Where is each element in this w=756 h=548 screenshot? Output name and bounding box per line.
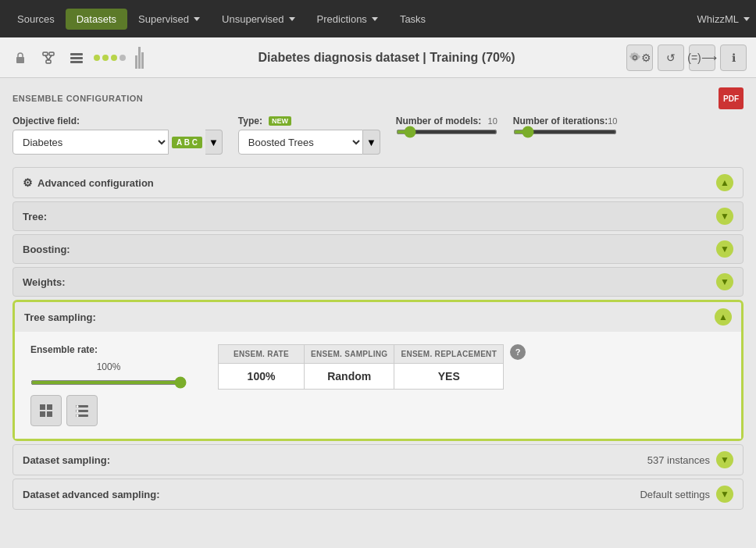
models-slider[interactable] bbox=[396, 130, 497, 134]
iterations-value: 10 bbox=[608, 116, 617, 126]
tree-toggle[interactable]: ▼ bbox=[716, 208, 733, 225]
svg-rect-10 bbox=[47, 404, 52, 410]
ensem-rate-header: ENSEM. RATE bbox=[219, 345, 304, 364]
nav-sources[interactable]: Sources bbox=[6, 9, 66, 30]
weights-header[interactable]: Weights: ▼ bbox=[12, 267, 744, 297]
nav-predictions[interactable]: Predictions bbox=[306, 9, 389, 30]
type-field-group: Type: NEW Boosted Trees ▼ bbox=[238, 116, 380, 155]
svg-point-17 bbox=[77, 410, 79, 412]
settings-button[interactable]: ⚙ bbox=[626, 44, 653, 71]
toolbar-title: Diabetes diagnosis dataset | Training (7… bbox=[153, 51, 620, 65]
svg-point-16 bbox=[77, 405, 79, 407]
dataset-advanced-sampling-label: Dataset advanced sampling: bbox=[23, 489, 160, 500]
models-label: Number of models: bbox=[396, 116, 481, 126]
models-group: Number of models: 10 bbox=[396, 116, 497, 134]
nav-datasets[interactable]: Datasets bbox=[66, 9, 127, 30]
info-button[interactable]: ℹ bbox=[720, 44, 747, 71]
lock-icon[interactable] bbox=[9, 47, 31, 69]
dataset-sampling-label: Dataset sampling: bbox=[23, 454, 110, 466]
models-value: 10 bbox=[488, 116, 497, 126]
dataset-sampling-right: 537 instances ▼ bbox=[647, 451, 733, 468]
weights-accordion: Weights: ▼ bbox=[12, 267, 744, 297]
svg-rect-8 bbox=[70, 61, 83, 63]
svg-line-5 bbox=[48, 55, 52, 60]
dataset-advanced-sampling-right: Default settings ▼ bbox=[640, 486, 733, 503]
tree-sampling-toggle[interactable]: ▲ bbox=[715, 308, 732, 326]
svg-rect-9 bbox=[40, 404, 45, 410]
nav-supervised[interactable]: Supervised bbox=[127, 9, 211, 30]
supervised-chevron-icon bbox=[194, 17, 200, 21]
ensem-rate-col: ENSEM. RATE 100% bbox=[218, 344, 304, 390]
help-icon[interactable]: ? bbox=[510, 344, 526, 360]
svg-rect-12 bbox=[47, 411, 52, 417]
dataset-sampling-row[interactable]: Dataset sampling: 537 instances ▼ bbox=[12, 444, 744, 475]
boosting-title: Boosting: bbox=[23, 244, 70, 255]
tree-accordion: Tree: ▼ bbox=[12, 201, 744, 231]
hierarchy-icon[interactable] bbox=[37, 47, 59, 69]
grid-icon-button[interactable] bbox=[30, 395, 62, 426]
boosting-toggle[interactable]: ▼ bbox=[716, 240, 733, 258]
svg-rect-3 bbox=[46, 60, 51, 63]
weights-title: Weights: bbox=[23, 276, 66, 288]
dataset-advanced-sampling-toggle[interactable]: ▼ bbox=[716, 486, 733, 503]
tree-sampling-title: Tree sampling: bbox=[24, 311, 96, 323]
dataset-sampling-toggle[interactable]: ▼ bbox=[716, 451, 733, 468]
svg-point-18 bbox=[77, 415, 79, 417]
tree-title: Tree: bbox=[23, 211, 47, 222]
svg-rect-7 bbox=[70, 57, 83, 59]
predictions-chevron-icon bbox=[372, 17, 378, 21]
type-label: Type: bbox=[238, 116, 262, 126]
top-nav: Sources Datasets Supervised Unsupervised… bbox=[0, 0, 756, 37]
section-title: ENSEMBLE CONFIGURATION bbox=[12, 94, 143, 103]
ensemble-icon-row bbox=[30, 395, 187, 426]
tree-sampling-header[interactable]: Tree sampling: ▲ bbox=[15, 302, 741, 332]
boosting-header[interactable]: Boosting: ▼ bbox=[12, 234, 744, 264]
dataset-advanced-sampling-value: Default settings bbox=[640, 489, 710, 500]
main-content: ENSEMBLE CONFIGURATION PDF Objective fie… bbox=[0, 78, 756, 548]
progress-dots bbox=[94, 55, 126, 61]
type-select[interactable]: Boosted Trees bbox=[238, 130, 363, 155]
objective-select[interactable]: Diabetes bbox=[12, 130, 169, 155]
list-icon-button[interactable] bbox=[66, 395, 98, 426]
advanced-config-label: Advanced configuration bbox=[37, 177, 154, 189]
boosting-accordion: Boosting: ▼ bbox=[12, 234, 744, 264]
ensemble-rate-slider[interactable] bbox=[30, 380, 187, 385]
svg-rect-1 bbox=[43, 52, 48, 55]
iterations-slider[interactable] bbox=[513, 130, 618, 134]
objective-field-wrapper: Diabetes A B C ▼ bbox=[12, 130, 223, 155]
dataset-advanced-sampling-row[interactable]: Dataset advanced sampling: Default setti… bbox=[12, 479, 744, 510]
type-select-wrapper: Boosted Trees ▼ bbox=[238, 130, 380, 155]
ensemble-rate-percent: 100% bbox=[30, 361, 187, 372]
nav-tasks[interactable]: Tasks bbox=[389, 9, 437, 30]
dot-2 bbox=[102, 55, 109, 61]
type-dropdown-arrow[interactable]: ▼ bbox=[363, 130, 380, 155]
ensem-rate-value: 100% bbox=[219, 364, 304, 389]
objective-label: Objective field: bbox=[12, 116, 223, 126]
objective-dropdown-arrow[interactable]: ▼ bbox=[205, 130, 223, 155]
nav-unsupervised[interactable]: Unsupervised bbox=[211, 9, 306, 30]
ensemble-columns: ENSEM. RATE 100% ENSEM. SAMPLING Random … bbox=[218, 344, 526, 390]
tree-header[interactable]: Tree: ▼ bbox=[12, 201, 744, 231]
refresh-button[interactable]: ↺ bbox=[658, 44, 684, 71]
transform-button[interactable]: (=)⟶ bbox=[689, 44, 715, 71]
new-badge: NEW bbox=[269, 116, 291, 126]
ensem-sampling-header: ENSEM. SAMPLING bbox=[305, 345, 394, 364]
form-row: Objective field: Diabetes A B C ▼ Type: … bbox=[12, 116, 744, 155]
advanced-config-header[interactable]: ⚙ Advanced configuration ▲ bbox=[12, 167, 744, 198]
ensem-sampling-col: ENSEM. SAMPLING Random bbox=[304, 344, 394, 390]
ensemble-rate-label: Ensemble rate: bbox=[30, 344, 187, 355]
objective-field-group: Objective field: Diabetes A B C ▼ bbox=[12, 116, 223, 155]
pdf-button[interactable]: PDF bbox=[719, 87, 744, 109]
ensem-replacement-col: ENSEM. REPLACEMENT YES bbox=[394, 344, 504, 390]
brand-menu[interactable]: WhizzML bbox=[697, 13, 750, 25]
section-header: ENSEMBLE CONFIGURATION PDF bbox=[12, 78, 744, 116]
iterations-group: Number of iterations: 10 bbox=[513, 116, 618, 134]
weights-toggle[interactable]: ▼ bbox=[716, 273, 733, 290]
toolbar: Diabetes diagnosis dataset | Training (7… bbox=[0, 37, 756, 78]
unsupervised-chevron-icon bbox=[289, 17, 295, 21]
brand-chevron-icon bbox=[744, 17, 750, 21]
advanced-config-toggle[interactable]: ▲ bbox=[716, 174, 733, 191]
dataset-icon[interactable] bbox=[66, 47, 87, 69]
chevron-down-icon: ▼ bbox=[209, 137, 219, 148]
toolbar-actions: ⚙ ↺ (=)⟶ ℹ bbox=[626, 44, 747, 71]
